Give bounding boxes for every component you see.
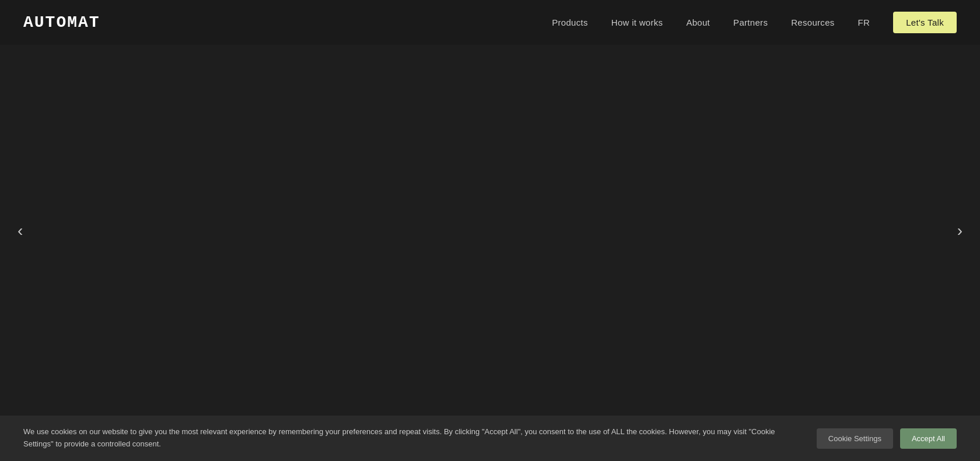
- cookie-settings-button[interactable]: Cookie Settings: [817, 428, 893, 449]
- cookie-banner: We use cookies on our website to give yo…: [0, 416, 980, 461]
- nav-item-partners[interactable]: Partners: [733, 17, 768, 28]
- logo-text: AUTOMAT: [23, 13, 100, 31]
- nav-item-products[interactable]: Products: [552, 17, 588, 28]
- cookie-message: We use cookies on our website to give yo…: [23, 426, 805, 451]
- accept-all-button[interactable]: Accept All: [900, 428, 957, 449]
- nav-link-fr[interactable]: FR: [858, 17, 870, 27]
- nav-link-about[interactable]: About: [686, 17, 710, 27]
- logo[interactable]: AUTOMAT: [23, 13, 100, 31]
- nav-link-partners[interactable]: Partners: [733, 17, 768, 27]
- nav-item-about[interactable]: About: [686, 17, 710, 28]
- chevron-right-icon: ›: [957, 221, 963, 240]
- nav-item-cta[interactable]: Let's Talk: [893, 17, 957, 28]
- nav-links: Products How it works About Partners Res…: [552, 17, 957, 28]
- nav-link-resources[interactable]: Resources: [791, 17, 834, 27]
- nav-item-how-it-works[interactable]: How it works: [611, 17, 663, 28]
- nav-item-resources[interactable]: Resources: [791, 17, 834, 28]
- main-nav: AUTOMAT Products How it works About Part…: [0, 0, 980, 45]
- nav-cta-button[interactable]: Let's Talk: [893, 12, 957, 33]
- slider-prev-button[interactable]: ‹: [12, 216, 29, 246]
- chevron-left-icon: ‹: [18, 221, 23, 240]
- nav-link-products[interactable]: Products: [552, 17, 588, 27]
- slider-next-button[interactable]: ›: [951, 216, 968, 246]
- nav-link-how-it-works[interactable]: How it works: [611, 17, 663, 27]
- hero-section: ‹ ›: [0, 0, 980, 461]
- cookie-actions: Cookie Settings Accept All: [817, 428, 957, 449]
- nav-item-fr[interactable]: FR: [858, 17, 870, 28]
